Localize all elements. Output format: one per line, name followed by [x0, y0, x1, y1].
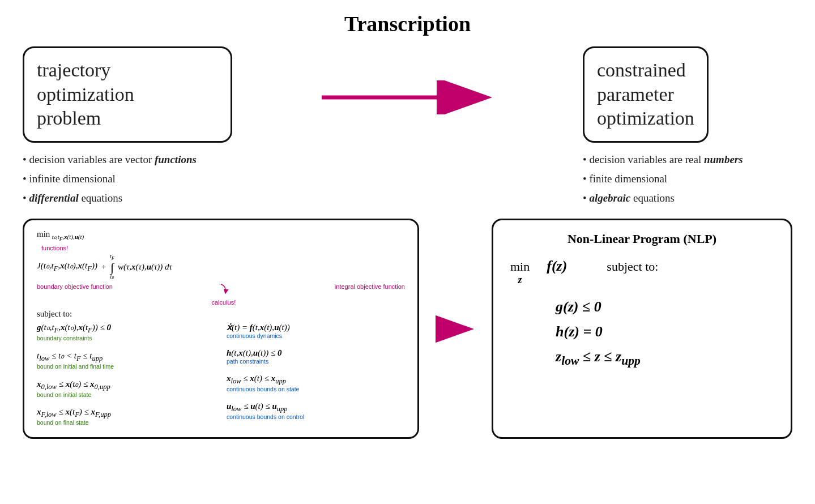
- calculus-label: calculus!: [212, 299, 236, 306]
- right-bullets: • decision variables are real numbers • …: [583, 151, 743, 209]
- w-term: w(τ,x(τ),u(τ)) dτ: [118, 262, 172, 272]
- u-cont-bound: ulow ≤ u(t) ≤ uupp continuous bounds on …: [227, 402, 405, 420]
- left-constraints: g(t₀,tF,x(t₀),x(tF)) ≤ 0 boundary constr…: [37, 322, 215, 430]
- left-bullet-1: • decision variables are vector function…: [23, 151, 232, 169]
- numbers-text: numbers: [704, 153, 743, 165]
- xF-bound: xF,low ≤ x(tF) ≤ xF,upp bound on final s…: [37, 407, 215, 426]
- boundary-constraint: g(t₀,tF,x(t₀),x(tF)) ≤ 0 boundary constr…: [37, 322, 215, 341]
- functions-label: functions!: [41, 243, 405, 253]
- x-cont-bound: xlow ≤ x(t) ≤ xupp continuous bounds on …: [227, 374, 405, 392]
- algebraic-text: algebraic: [589, 192, 630, 204]
- left-bullets: • decision variables are vector function…: [23, 151, 232, 209]
- nlp-h-constraint: h(z) = 0: [556, 323, 774, 340]
- boundary-obj-label: boundary objective function: [37, 283, 113, 306]
- x0-bound: x0,low ≤ x(t₀) ≤ x0,upp bound on initial…: [37, 379, 215, 398]
- top-section: trajectoryoptimizationproblem • decision…: [23, 46, 792, 208]
- min-label-row: min t₀,tF,x(t),u(t): [37, 229, 405, 242]
- nlp-g-constraint: g(z) ≤ 0: [556, 298, 774, 315]
- nlp-subject-to: subject to:: [607, 259, 658, 274]
- min-subscript: t₀,tF,x(t),u(t): [52, 233, 84, 240]
- x0-bound-expr: x0,low ≤ x(t₀) ≤ x0,upp: [37, 379, 215, 391]
- trajectory-box: trajectoryoptimizationproblem: [23, 46, 232, 143]
- xF-bound-expr: xF,low ≤ x(tF) ≤ xF,upp: [37, 407, 215, 419]
- x-cont-bound-expr: xlow ≤ x(t) ≤ xupp: [227, 374, 405, 386]
- u-cont-label: continuous bounds on control: [227, 413, 405, 420]
- transcription-arrow: [317, 80, 498, 114]
- nlp-f-z: f(z): [547, 258, 567, 275]
- left-bullet-3: • differential equations: [23, 189, 232, 207]
- right-bullet-2: • finite dimensional: [583, 170, 743, 188]
- time-bound: tlow ≤ t₀ < tF ≤ tupp bound on initial a…: [37, 351, 215, 370]
- nlp-constraints: g(z) ≤ 0 h(z) = 0 zlow ≤ z ≤ zupp: [556, 298, 774, 368]
- page-title: Transcription: [23, 11, 792, 36]
- dynamics-constraint: ẋ(t) = f(t,x(t),u(t)) continuous dynamic…: [227, 322, 405, 339]
- right-bullet-3: • algebraic equations: [583, 189, 743, 207]
- J-term: J(t₀,tF,x(t₀),x(tF)): [37, 260, 97, 273]
- integral-symbol: tF ∫ t₀: [110, 254, 114, 279]
- constraints-grid: g(t₀,tF,x(t₀),x(tF)) ≤ 0 boundary constr…: [37, 322, 405, 430]
- trajectory-math-box: min t₀,tF,x(t),u(t) functions! J(t₀,tF,x…: [23, 219, 419, 438]
- x0-bound-label: bound on initial state: [37, 391, 215, 398]
- differential-text: differential: [29, 192, 78, 204]
- time-bound-label: bound on initial and final time: [37, 363, 215, 370]
- integral-obj-label: integral objective function: [335, 283, 405, 306]
- u-cont-bound-expr: ulow ≤ u(t) ≤ uupp: [227, 402, 405, 413]
- page: Transcription trajectoryoptimizationprob…: [0, 0, 815, 504]
- g-boundary-expr: g(t₀,tF,x(t₀),x(tF)) ≤ 0: [37, 322, 215, 335]
- obj-labels: boundary objective function calculus! in…: [37, 283, 405, 306]
- constrained-box: constrainedparameteroptimization: [583, 46, 709, 143]
- nlp-min-row: min z f(z) subject to:: [510, 258, 774, 286]
- min-text: min: [37, 229, 50, 238]
- right-constraints: ẋ(t) = f(t,x(t),u(t)) continuous dynamic…: [227, 322, 405, 430]
- calculus-arrow: [215, 283, 232, 299]
- nlp-min-text: min: [510, 259, 530, 274]
- functions-text: functions: [155, 153, 197, 165]
- plus-sign: +: [101, 262, 106, 272]
- bottom-arrow-container: [433, 219, 478, 438]
- path-expr: h(t,x(t),u(t)) ≤ 0: [227, 348, 405, 358]
- left-bullet-2: • infinite dimensional: [23, 170, 232, 188]
- dynamics-expr: ẋ(t) = f(t,x(t),u(t)): [227, 322, 405, 332]
- time-bound-expr: tlow ≤ t₀ < tF ≤ tupp: [37, 351, 215, 363]
- x-cont-label: continuous bounds on state: [227, 386, 405, 392]
- path-constraints-label: path constraints: [227, 358, 405, 365]
- bottom-section: min t₀,tF,x(t),u(t) functions! J(t₀,tF,x…: [23, 219, 792, 438]
- left-column: trajectoryoptimizationproblem • decision…: [23, 46, 232, 208]
- nlp-min-block: min z: [510, 259, 530, 286]
- dynamics-label: continuous dynamics: [227, 332, 405, 339]
- nlp-title: Non-Linear Program (NLP): [510, 232, 774, 246]
- right-column: constrainedparameteroptimization • decis…: [583, 46, 792, 208]
- nlp-bounds: zlow ≤ z ≤ zupp: [556, 348, 774, 368]
- xF-bound-label: bound on final state: [37, 419, 215, 426]
- obj-expression: J(t₀,tF,x(t₀),x(tF)) + tF ∫ t₀ w(τ,x(τ),…: [37, 254, 405, 279]
- nlp-box: Non-Linear Program (NLP) min z f(z) subj…: [492, 219, 792, 438]
- right-bullet-1: • decision variables are real numbers: [583, 151, 743, 169]
- boundary-constraints-label: boundary constraints: [37, 335, 215, 341]
- subject-to-label: subject to:: [37, 309, 405, 319]
- bottom-transcription-arrow: [436, 315, 475, 343]
- path-constraint: h(t,x(t),u(t)) ≤ 0 path constraints: [227, 348, 405, 365]
- nlp-z-sub: z: [518, 274, 522, 286]
- transcription-arrow-container: [232, 46, 583, 114]
